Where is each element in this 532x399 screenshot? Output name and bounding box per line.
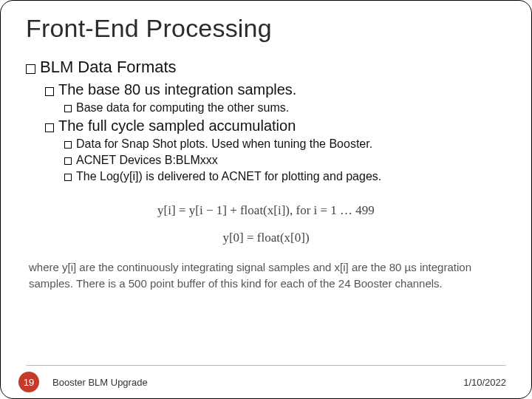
bullet-l3-acnet-devices: ACNET Devices B:BLMxxx (64, 154, 506, 167)
equation-block: y[i] = y[i − 1] + float(x[i]), for i = 1… (26, 200, 506, 249)
checkbox-icon (64, 157, 72, 165)
equation-line-2: y[0] = float(x[0]) (26, 227, 506, 250)
bullet-text: BLM Data Formats (40, 58, 177, 76)
checkbox-icon (45, 123, 54, 132)
checkbox-icon (26, 64, 35, 74)
bullet-l3-snapshot: Data for Snap Shot plots. Used when tuni… (64, 137, 506, 151)
equation-line-1: y[i] = y[i − 1] + float(x[i]), for i = 1… (26, 200, 506, 222)
bullet-text: Data for Snap Shot plots. Used when tuni… (76, 137, 372, 150)
footer-divider (26, 365, 506, 366)
equation-caption: where y[i] are the continuously integrat… (29, 259, 503, 292)
bullet-text: ACNET Devices B:BLMxxx (76, 154, 218, 166)
bullet-text: Base data for computing the other sums. (76, 101, 289, 114)
page-number-badge: 19 (18, 372, 39, 392)
bullet-l2-full-cycle: The full cycle sampled accumulation (45, 117, 506, 134)
bullet-text: The Log(y[i]) is delivered to ACNET for … (76, 170, 381, 183)
bullet-l3-log-y: The Log(y[i]) is delivered to ACNET for … (64, 170, 506, 183)
checkbox-icon (64, 141, 72, 149)
bullet-l3-base-data: Base data for computing the other sums. (64, 101, 506, 115)
bullet-text: The full cycle sampled accumulation (58, 117, 296, 134)
checkbox-icon (64, 105, 72, 112)
bullet-text: The base 80 us integration samples. (58, 81, 296, 98)
checkbox-icon (64, 174, 72, 181)
footer-date: 1/10/2022 (463, 377, 506, 388)
bullet-l1-blm-data-formats: BLM Data Formats (26, 58, 506, 77)
bullet-l2-base-80us: The base 80 us integration samples. (45, 81, 506, 98)
slide-title: Front-End Processing (26, 14, 506, 43)
slide: Front-End Processing BLM Data Formats Th… (0, 0, 532, 399)
footer-label: Booster BLM Upgrade (52, 377, 148, 388)
checkbox-icon (45, 87, 54, 96)
